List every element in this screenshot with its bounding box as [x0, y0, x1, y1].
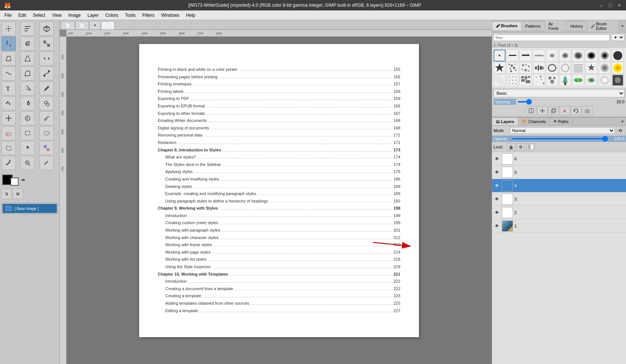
- select-by-color-button[interactable]: [40, 141, 54, 155]
- brush-filter-dropdown[interactable]: ▼: [611, 34, 625, 41]
- warp-tool-button[interactable]: [1, 66, 16, 81]
- layer-row-1[interactable]: 👁 1: [492, 219, 626, 233]
- brush-filter-input[interactable]: [494, 34, 610, 41]
- brush-item-rough[interactable]: [533, 62, 545, 74]
- layers-panel-close-button[interactable]: ×: [619, 118, 626, 125]
- brush-delete-button[interactable]: ×: [560, 106, 570, 115]
- menu-edit[interactable]: Edit: [15, 12, 29, 19]
- pencil-tool-button[interactable]: [40, 81, 54, 95]
- smudge-tool-button[interactable]: [40, 111, 54, 125]
- menu-file[interactable]: File: [1, 12, 15, 19]
- layer-row-2[interactable]: 👁 2: [492, 206, 626, 219]
- brush-add-button[interactable]: [537, 106, 548, 115]
- brush-item-2[interactable]: [507, 50, 519, 62]
- brush-item-8[interactable]: [585, 50, 597, 62]
- cage-tool-button[interactable]: [21, 66, 35, 81]
- lock-alpha-button[interactable]: [526, 143, 535, 151]
- brush-item-5[interactable]: [546, 50, 558, 62]
- doc-tab-2[interactable]: 📄: [75, 21, 89, 29]
- brush-panel-close-button[interactable]: ×: [619, 23, 626, 29]
- brush-item-tree[interactable]: [559, 74, 571, 86]
- brushes-tab[interactable]: 🖌 Brushes: [492, 22, 522, 30]
- brush-item-round1[interactable]: [546, 62, 558, 74]
- rotate-tool-button[interactable]: [21, 37, 35, 51]
- spacing-slider[interactable]: [517, 101, 610, 103]
- layer-4-visibility-button[interactable]: 👁: [494, 182, 500, 189]
- select-ellipse-button[interactable]: [40, 126, 54, 140]
- layer-row-6[interactable]: 👁 6: [492, 152, 626, 166]
- menu-select[interactable]: Select: [30, 12, 48, 19]
- brush-item-star[interactable]: [494, 62, 506, 74]
- brush-item-light[interactable]: [599, 74, 611, 86]
- doc-tab-close[interactable]: ×: [90, 21, 100, 29]
- menu-layer[interactable]: Layer: [85, 12, 102, 19]
- fonts-tab[interactable]: Ac Fonts: [545, 20, 566, 32]
- quick-mask-button[interactable]: M: [13, 189, 23, 199]
- layer-2-visibility-button[interactable]: 👁: [494, 209, 500, 216]
- brush-refresh-button[interactable]: [571, 106, 581, 115]
- brush-item-spatter1[interactable]: [507, 62, 519, 74]
- color-picker-button[interactable]: [1, 156, 16, 170]
- brush-item-organic1[interactable]: [585, 74, 597, 86]
- crop-tool-button[interactable]: [1, 37, 16, 51]
- brush-item-3[interactable]: [520, 50, 532, 62]
- opacity-slider[interactable]: [512, 138, 608, 139]
- close-button[interactable]: ×: [616, 2, 622, 8]
- layer-row-5[interactable]: 👁 5: [492, 166, 626, 179]
- paint-bucket-button[interactable]: [21, 81, 35, 95]
- brush-item-soft2[interactable]: [612, 62, 624, 74]
- brush-item-texture4[interactable]: *✦·*✦: [533, 74, 545, 86]
- layer-row-4[interactable]: 👁 4: [492, 179, 626, 192]
- layer-3-visibility-button[interactable]: 👁: [494, 196, 500, 203]
- layer-row-3[interactable]: 👁 3: [492, 192, 626, 206]
- menu-windows[interactable]: Windows: [158, 12, 182, 19]
- menu-view[interactable]: View: [49, 12, 65, 19]
- brush-duplicate-button[interactable]: [548, 106, 559, 115]
- channels-tab[interactable]: 🎨 Channels: [518, 117, 550, 125]
- history-tab[interactable]: History: [566, 22, 587, 30]
- lock-pixels-button[interactable]: [507, 143, 515, 151]
- brush-item-texture5[interactable]: [546, 74, 558, 86]
- brush-item-7[interactable]: [572, 50, 584, 62]
- brush-item-texture1[interactable]: [494, 74, 506, 86]
- flip-tool-button[interactable]: [40, 51, 54, 66]
- brush-item-fuzzy[interactable]: [559, 62, 571, 74]
- maximize-button[interactable]: □: [607, 2, 613, 8]
- layer-6-visibility-button[interactable]: 👁: [494, 156, 500, 162]
- select-free-button[interactable]: [1, 141, 16, 155]
- brush-item-4[interactable]: [533, 50, 545, 62]
- brush-item-stripes[interactable]: [572, 62, 584, 74]
- brush-item-soft1[interactable]: [599, 62, 611, 74]
- zoom-tool-button[interactable]: [21, 156, 35, 170]
- brush-item-6[interactable]: [559, 50, 571, 62]
- scale-tool-button[interactable]: [40, 37, 54, 51]
- path-tool-button[interactable]: [40, 66, 54, 81]
- brush-item-texture3[interactable]: [520, 74, 532, 86]
- menu-tools[interactable]: Tools: [122, 12, 138, 19]
- layers-tab[interactable]: 🗂 Layers: [492, 118, 518, 125]
- brush-item-texture2[interactable]: [507, 74, 519, 86]
- heal-tool-button[interactable]: [1, 111, 16, 125]
- swap-colors-button[interactable]: ⇄: [22, 178, 25, 182]
- select-rect-button[interactable]: [21, 126, 35, 140]
- ink-tool-button[interactable]: [21, 96, 35, 110]
- layer-view-button[interactable]: [616, 127, 625, 134]
- shear-tool-button[interactable]: [1, 51, 16, 66]
- patterns-tab[interactable]: Patterns: [522, 22, 545, 30]
- minimize-button[interactable]: –: [598, 2, 604, 8]
- doc-tab-1[interactable]: 📄: [61, 21, 75, 29]
- perspective-tool-button[interactable]: [21, 51, 35, 66]
- brush-new-from-selection-button[interactable]: [526, 106, 536, 115]
- brush-item-veggie[interactable]: [572, 74, 584, 86]
- transform3d-tool-button[interactable]: [40, 22, 54, 36]
- menu-colors[interactable]: Colors: [103, 12, 122, 19]
- select-fuzzy-button[interactable]: [21, 141, 35, 155]
- image-thumbnail[interactable]: [ Base Image ]: [3, 204, 57, 213]
- brush-editor-tab[interactable]: 🖋 Brush Editor: [587, 20, 619, 32]
- dodge-tool-button[interactable]: [21, 111, 35, 125]
- brush-open-location-button[interactable]: [582, 106, 592, 115]
- doc-tab-4[interactable]: 📄: [101, 21, 115, 29]
- clone-tool-button[interactable]: [40, 96, 54, 110]
- brush-item-dark[interactable]: [612, 74, 624, 86]
- menu-filters[interactable]: Filters: [139, 12, 157, 19]
